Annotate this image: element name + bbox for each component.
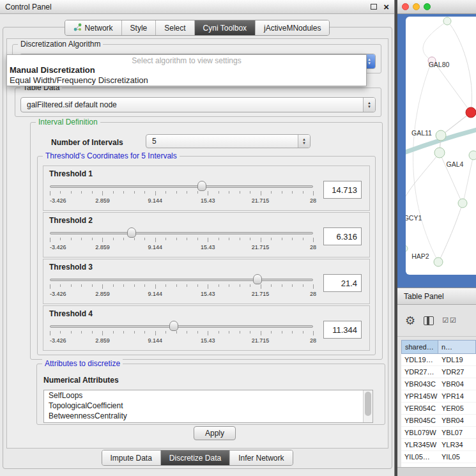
table-row[interactable]: YLR345WYLR34 bbox=[401, 439, 476, 451]
network-node[interactable] bbox=[434, 148, 445, 158]
table-row[interactable]: YPR145WYPR14 bbox=[401, 390, 476, 403]
table-panel: ⚙ ☑☑ shared… n… YDL19…YDL19YDR27…YDR27YB… bbox=[397, 305, 476, 476]
table-row[interactable]: YBL079WYBL07 bbox=[401, 427, 476, 439]
close-icon[interactable]: × bbox=[383, 3, 389, 12]
thresholds-group-label: Threshold's Coordinates for 5 Intervals bbox=[43, 151, 180, 160]
threshold-slider[interactable]: -3.4262.8599.14415.4321.71528 bbox=[50, 273, 313, 299]
node-label: HAP2 bbox=[411, 252, 429, 260]
column-header-name[interactable]: n… bbox=[438, 340, 476, 354]
network-edge[interactable] bbox=[434, 63, 471, 112]
bottom-tab-discretize-data[interactable]: Discretize Data bbox=[161, 450, 230, 465]
attributes-group-label: Attributes to discretize bbox=[42, 359, 123, 368]
scrollbar-thumb[interactable] bbox=[365, 392, 371, 416]
threshold-value-field[interactable]: 6.316 bbox=[323, 227, 362, 245]
threshold-slider[interactable]: -3.4262.8599.14415.4321.71528 bbox=[50, 180, 313, 206]
cell-shared-name: YBL079W bbox=[401, 429, 438, 436]
tab-cyni-toolbox[interactable]: Cyni Toolbox bbox=[195, 20, 256, 35]
network-node[interactable] bbox=[458, 199, 467, 208]
network-node[interactable] bbox=[443, 17, 451, 25]
numerical-attributes-list[interactable]: SelfLoopsTopologicalCoefficientBetweenne… bbox=[43, 390, 373, 423]
bottom-tab-infer-network[interactable]: Infer Network bbox=[230, 450, 292, 465]
popup-option-manual-discretization[interactable]: Manual Discretization bbox=[7, 65, 366, 75]
tab-network[interactable]: Network bbox=[65, 20, 122, 35]
slider-thumb-icon[interactable] bbox=[253, 274, 262, 284]
popup-option-equal-width-frequency[interactable]: Equal Width/Frequency Discretization bbox=[7, 75, 366, 85]
cell-shared-name: YIL05… bbox=[401, 453, 438, 461]
zoom-traffic-light-icon[interactable] bbox=[424, 3, 431, 10]
column-header-shared-name[interactable]: shared… bbox=[401, 340, 438, 354]
bottom-tab-bar: Impute DataDiscretize DataInfer Network bbox=[101, 450, 293, 466]
network-node[interactable] bbox=[406, 245, 408, 252]
list-item[interactable]: SelfLoops bbox=[44, 390, 372, 401]
table-row[interactable]: YBR045CYBR04 bbox=[401, 415, 476, 427]
network-node[interactable] bbox=[436, 130, 446, 141]
threshold-label: Threshold 3 bbox=[43, 259, 369, 272]
close-traffic-light-icon[interactable] bbox=[402, 3, 409, 10]
table-row[interactable]: YER054CYER05 bbox=[401, 403, 476, 415]
slider-thumb-icon[interactable] bbox=[127, 227, 136, 238]
list-item[interactable]: BetweennessCentrality bbox=[44, 411, 372, 421]
threshold-label: Threshold 1 bbox=[43, 166, 369, 178]
table-data-group: Table Data galFiltered.sif default node … bbox=[15, 88, 381, 117]
cell-name: YLR34 bbox=[438, 441, 476, 449]
numerical-attributes-label: Numerical Attributes bbox=[43, 376, 119, 385]
threshold-value-field[interactable]: 21.4 bbox=[323, 274, 362, 292]
table-panel-header: Table Panel bbox=[397, 288, 476, 305]
network-edge[interactable] bbox=[413, 61, 438, 262]
tab-select[interactable]: Select bbox=[156, 20, 194, 35]
network-canvas[interactable]: GAL80GAL11GAL4GCY1HAP2 bbox=[406, 17, 476, 275]
tab-label: Impute Data bbox=[110, 454, 151, 463]
algorithm-group-label: Discretization Algorithm bbox=[18, 40, 103, 49]
network-icon bbox=[73, 23, 82, 33]
thresholds-container: Threshold 1-3.4262.8599.14415.4321.71528… bbox=[38, 165, 375, 351]
gear-icon[interactable]: ⚙ bbox=[405, 315, 415, 326]
network-edge[interactable] bbox=[463, 155, 473, 203]
cell-name: YBR04 bbox=[438, 380, 476, 388]
control-panel: Control Panel × NetworkStyleSelectCyni T… bbox=[0, 0, 395, 476]
cell-name: YBL07 bbox=[438, 429, 476, 436]
columns-icon[interactable] bbox=[424, 316, 434, 325]
number-of-intervals-label: Number of Intervals bbox=[51, 138, 123, 147]
tab-jactivemnodules[interactable]: jActiveMNodules bbox=[256, 20, 329, 35]
apply-button[interactable]: Apply bbox=[194, 426, 236, 440]
slider-thumb-icon[interactable] bbox=[197, 181, 206, 191]
table-panel-title: Table Panel bbox=[404, 292, 444, 301]
list-item[interactable]: TopologicalCoefficient bbox=[44, 401, 372, 411]
table-rows: YDL19…YDL19YDR27…YDR27YBR043CYBR04YPR145… bbox=[401, 354, 476, 463]
network-node[interactable] bbox=[434, 257, 443, 266]
float-window-icon[interactable] bbox=[371, 4, 377, 10]
select-checkbox-icons[interactable]: ☑☑ bbox=[442, 316, 457, 325]
cell-shared-name: YLR345W bbox=[401, 441, 438, 449]
network-node[interactable] bbox=[466, 107, 476, 118]
table-row[interactable]: YIL05…YIL05 bbox=[401, 451, 476, 463]
top-tab-bar: NetworkStyleSelectCyni ToolboxjActiveMNo… bbox=[65, 20, 330, 36]
cell-name: YDR27 bbox=[438, 368, 476, 376]
network-edge[interactable] bbox=[406, 153, 440, 206]
node-label: GAL4 bbox=[447, 160, 464, 168]
threshold-slider[interactable]: -3.4262.8599.14415.4321.71528 bbox=[50, 320, 313, 346]
slider-thumb-icon[interactable] bbox=[169, 321, 178, 331]
network-edge[interactable] bbox=[439, 203, 463, 261]
minimize-traffic-light-icon[interactable] bbox=[413, 3, 420, 10]
interval-definition-group: Interval Definition Number of Intervals … bbox=[30, 122, 383, 360]
table-toolbar: ⚙ ☑☑ bbox=[397, 305, 476, 337]
table-row[interactable]: YDR27…YDR27 bbox=[401, 366, 476, 378]
table-row[interactable]: YDL19…YDL19 bbox=[401, 354, 476, 366]
threshold-value-field[interactable]: 14.713 bbox=[323, 181, 362, 199]
table-data-select[interactable]: galFiltered.sif default node ▲▼ bbox=[20, 97, 376, 112]
horizontal-scrollbar[interactable] bbox=[397, 467, 476, 476]
tab-style[interactable]: Style bbox=[122, 20, 157, 35]
bottom-tab-impute-data[interactable]: Impute Data bbox=[102, 450, 160, 465]
cell-shared-name: YDL19… bbox=[401, 356, 438, 364]
number-of-intervals-select[interactable]: 5 ▲▼ bbox=[146, 134, 311, 148]
scrollbar[interactable] bbox=[363, 390, 372, 422]
threshold-slider[interactable]: -3.4262.8599.14415.4321.71528 bbox=[50, 227, 313, 252]
threshold-value-field[interactable]: 11.344 bbox=[323, 321, 362, 339]
network-edge[interactable] bbox=[448, 22, 472, 112]
table-row[interactable]: YBR043CYBR04 bbox=[401, 378, 476, 390]
network-node[interactable] bbox=[469, 151, 476, 160]
tab-label: Discretize Data bbox=[169, 454, 221, 463]
threshold-panel-4: Threshold 4-3.4262.8599.14415.4321.71528… bbox=[43, 305, 370, 351]
slider-scale: -3.4262.8599.14415.4321.71528 bbox=[50, 337, 313, 344]
network-edge[interactable] bbox=[423, 21, 447, 61]
